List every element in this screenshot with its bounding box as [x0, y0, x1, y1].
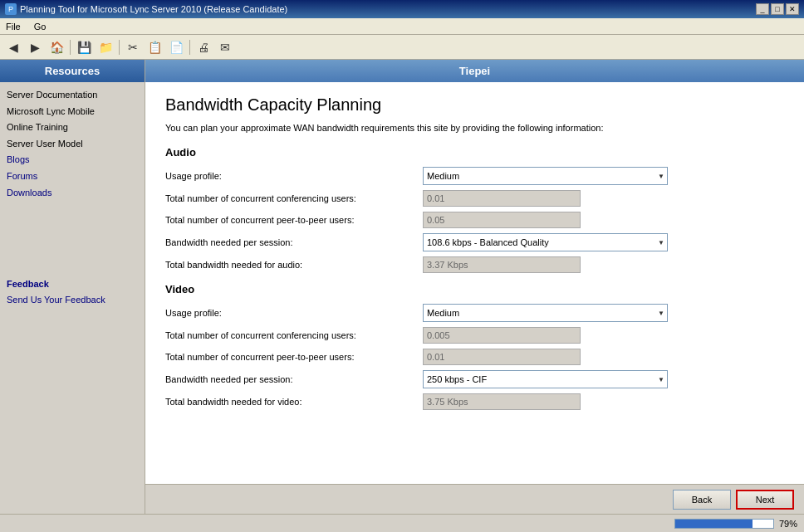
video-p2p-row: Total number of concurrent peer-to-peer … [165, 349, 784, 365]
toolbar-separator-2 [119, 40, 120, 55]
toolbar-open[interactable]: 📁 [96, 38, 115, 56]
audio-conferencing-label: Total number of concurrent conferencing … [165, 193, 423, 203]
video-bw-session-row: Bandwidth needed per session: 250 kbps -… [165, 370, 784, 388]
minimize-button[interactable]: _ [756, 3, 769, 15]
sidebar-nav: Server Documentation Microsoft Lync Mobi… [0, 82, 145, 206]
sidebar-item-server-docs[interactable]: Server Documentation [7, 87, 138, 104]
audio-total-bw-input[interactable] [423, 256, 581, 273]
audio-bw-session-select-wrapper: 108.6 kbps - Balanced Quality 64 kbps 12… [423, 233, 668, 251]
audio-p2p-input[interactable] [423, 212, 581, 228]
back-button[interactable]: Back [673, 490, 731, 510]
audio-conferencing-row: Total number of concurrent conferencing … [165, 190, 784, 207]
toolbar-paste[interactable]: 📄 [166, 38, 186, 56]
menu-go[interactable]: Go [32, 21, 49, 32]
audio-total-bw-label: Total bandwidth needed for audio: [165, 260, 423, 270]
main-layout: Resources Server Documentation Microsoft… [0, 60, 804, 514]
sidebar-item-online-training[interactable]: Online Training [7, 120, 138, 136]
sidebar-item-blogs[interactable]: Blogs [7, 152, 138, 168]
toolbar-cut[interactable]: ✂ [123, 38, 143, 56]
menu-bar: File Go [0, 18, 804, 35]
video-total-bw-input[interactable] [423, 393, 581, 410]
toolbar-email[interactable]: ✉ [215, 38, 235, 56]
toolbar-copy[interactable]: 📋 [145, 38, 164, 56]
sidebar-item-lync-mobile[interactable]: Microsoft Lync Mobile [7, 104, 138, 120]
video-usage-select-wrapper: Low Medium High [423, 304, 668, 322]
video-total-bw-row: Total bandwidth needed for video: [165, 393, 784, 410]
feedback-title: Feedback [7, 279, 138, 289]
toolbar-home[interactable]: 🏠 [47, 38, 66, 56]
sidebar-item-downloads[interactable]: Downloads [7, 185, 138, 202]
progress-bar-container [674, 519, 774, 529]
toolbar-print[interactable]: 🖨 [194, 38, 213, 56]
window-title: Planning Tool for Microsoft Lync Server … [20, 4, 287, 14]
page-title: Bandwidth Capacity Planning [165, 95, 784, 115]
audio-usage-select-wrapper: Low Medium High [423, 167, 668, 185]
sidebar-item-user-model[interactable]: Server User Model [7, 136, 138, 153]
sidebar-item-forums[interactable]: Forums [7, 168, 138, 185]
audio-bw-session-row: Bandwidth needed per session: 108.6 kbps… [165, 233, 784, 251]
menu-file[interactable]: File [3, 21, 23, 32]
title-bar-controls[interactable]: _ □ ✕ [756, 3, 799, 15]
audio-usage-row: Usage profile: Low Medium High [165, 167, 784, 185]
audio-usage-select[interactable]: Low Medium High [423, 167, 668, 185]
toolbar-separator-3 [189, 40, 190, 55]
sidebar: Resources Server Documentation Microsoft… [0, 60, 145, 514]
toolbar-back[interactable]: ◀ [3, 38, 23, 56]
video-conferencing-row: Total number of concurrent conferencing … [165, 327, 784, 344]
toolbar-save[interactable]: 💾 [74, 38, 94, 56]
toolbar-forward[interactable]: ▶ [25, 38, 45, 56]
sidebar-header: Resources [0, 60, 145, 82]
content-area: Tiepei Bandwidth Capacity Planning You c… [145, 60, 804, 514]
audio-conferencing-input[interactable] [423, 190, 581, 207]
progress-bar-fill [675, 520, 753, 528]
send-feedback-link[interactable]: Send Us Your Feedback [7, 292, 138, 309]
video-total-bw-label: Total bandwidth needed for video: [165, 397, 423, 407]
video-usage-row: Usage profile: Low Medium High [165, 304, 784, 322]
feedback-section: Feedback Send Us Your Feedback [0, 272, 145, 315]
toolbar-separator-1 [70, 40, 71, 55]
audio-bw-session-select[interactable]: 108.6 kbps - Balanced Quality 64 kbps 12… [423, 233, 668, 251]
content-body: Bandwidth Capacity Planning You can plan… [145, 82, 804, 484]
zoom-level: 79% [779, 519, 797, 529]
app-icon: P [5, 3, 17, 15]
audio-bw-session-label: Bandwidth needed per session: [165, 237, 423, 247]
close-button[interactable]: ✕ [786, 3, 799, 15]
video-section-heading: Video [165, 283, 784, 295]
video-p2p-label: Total number of concurrent peer-to-peer … [165, 352, 423, 362]
toolbar: ◀ ▶ 🏠 💾 📁 ✂ 📋 📄 🖨 ✉ [0, 35, 804, 60]
audio-p2p-label: Total number of concurrent peer-to-peer … [165, 215, 423, 225]
content-header: Tiepei [145, 60, 804, 82]
video-conferencing-input[interactable] [423, 327, 581, 344]
video-conferencing-label: Total number of concurrent conferencing … [165, 330, 423, 340]
audio-section-heading: Audio [165, 146, 784, 159]
audio-p2p-row: Total number of concurrent peer-to-peer … [165, 212, 784, 228]
video-bw-session-select[interactable]: 250 kbps - CIF 500 kbps - VGA 100 kbps [423, 370, 668, 388]
video-bw-session-select-wrapper: 250 kbps - CIF 500 kbps - VGA 100 kbps [423, 370, 668, 388]
status-bar: 79% [0, 514, 804, 532]
video-bw-session-label: Bandwidth needed per session: [165, 374, 423, 384]
restore-button[interactable]: □ [771, 3, 784, 15]
video-usage-select[interactable]: Low Medium High [423, 304, 668, 322]
next-button[interactable]: Next [736, 490, 794, 510]
title-bar-left: P Planning Tool for Microsoft Lync Serve… [5, 3, 287, 15]
title-bar: P Planning Tool for Microsoft Lync Serve… [0, 0, 804, 18]
audio-usage-label: Usage profile: [165, 171, 423, 181]
audio-total-bw-row: Total bandwidth needed for audio: [165, 256, 784, 273]
page-description: You can plan your approximate WAN bandwi… [165, 123, 784, 133]
video-p2p-input[interactable] [423, 349, 581, 365]
content-footer: Back Next [145, 484, 804, 514]
video-usage-label: Usage profile: [165, 308, 423, 318]
